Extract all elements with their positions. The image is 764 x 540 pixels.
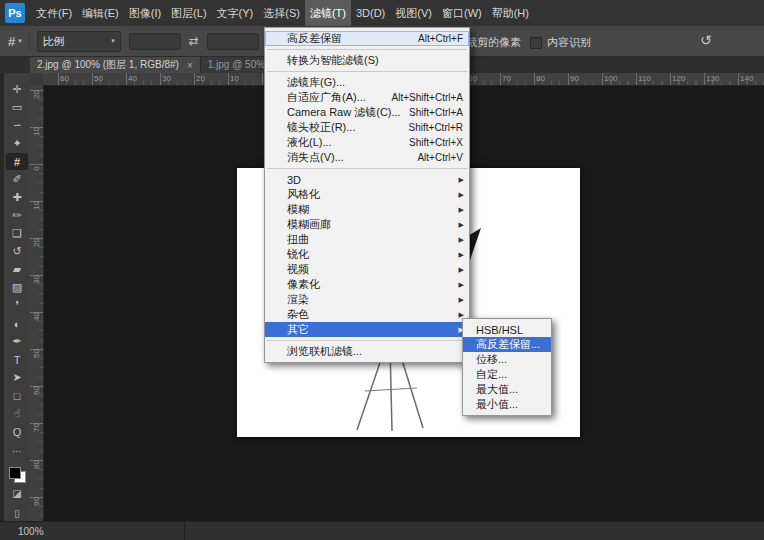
dodge-tool[interactable]: ◐ xyxy=(6,315,28,332)
filter-menu-item-video[interactable]: 视频▶ xyxy=(265,262,469,277)
filter-menu-item-render[interactable]: 渲染▶ xyxy=(265,292,469,307)
tab-close-icon[interactable]: × xyxy=(187,60,193,71)
marquee-tool[interactable]: ▭ xyxy=(6,99,28,116)
filter-menu-item-camera-raw[interactable]: Camera Raw 滤镜(C)...Shift+Ctrl+A xyxy=(265,105,469,120)
filter-menu: 高反差保留Alt+Ctrl+F转换为智能滤镜(S)滤镜库(G)...自适应广角(… xyxy=(264,27,470,363)
history-brush-tool[interactable]: ↺ xyxy=(6,243,28,260)
menubar-item-view[interactable]: 视图(V) xyxy=(390,0,437,26)
menu-separator xyxy=(267,340,467,341)
chevron-down-icon: ▾ xyxy=(18,37,22,45)
status-bar: 100% xyxy=(0,521,764,540)
clone-stamp-tool[interactable]: ❏ xyxy=(6,225,28,242)
filter-menu-item-liquify[interactable]: 液化(L)...Shift+Ctrl+X xyxy=(265,135,469,150)
menu-item-shortcut: Alt+Shift+Ctrl+A xyxy=(392,92,463,103)
filter-menu-item-convert-smart-filters[interactable]: 转换为智能滤镜(S) xyxy=(265,53,469,68)
color-swatches[interactable] xyxy=(9,467,26,483)
menubar-item-image[interactable]: 图像(I) xyxy=(124,0,166,26)
tools-panel: ✛▭∽✦#✐✚✏❏↺▰▨❜◐✒T➤□☝Q ⋯ ◪ ▯ xyxy=(4,73,30,522)
menubar-item-help[interactable]: 帮助(H) xyxy=(487,0,534,26)
filter-menu-item-lens-correction[interactable]: 镜头校正(R)...Shift+Ctrl+R xyxy=(265,120,469,135)
edit-toolbar-ellipsis-icon[interactable]: ⋯ xyxy=(6,444,28,460)
blur-tool[interactable]: ❜ xyxy=(6,297,28,314)
crop-width-input[interactable] xyxy=(129,33,181,50)
quick-mask-button[interactable]: ◪ xyxy=(6,486,28,502)
filter-menu-item-3d[interactable]: 3D▶ xyxy=(265,172,469,187)
menu-item-label: 滤镜库(G)... xyxy=(287,75,345,90)
ruler-number: 90 xyxy=(32,494,41,510)
menubar-item-filter[interactable]: 滤镜(T) xyxy=(305,0,351,26)
filter-menu-item-stylize[interactable]: 风格化▶ xyxy=(265,187,469,202)
shape-tool[interactable]: □ xyxy=(6,387,28,404)
menubar-item-file[interactable]: 文件(F) xyxy=(31,0,77,26)
hand-tool[interactable]: ☝ xyxy=(6,405,28,422)
crop-tool[interactable]: # xyxy=(6,153,28,170)
menubar-item-select[interactable]: 选择(S) xyxy=(258,0,305,26)
type-tool[interactable]: T xyxy=(6,351,28,368)
content-aware-checkbox[interactable]: 内容识别 xyxy=(530,35,591,50)
zoom-level[interactable]: 100% xyxy=(18,526,44,537)
ruler-number: 110 xyxy=(638,74,651,83)
tab-title: 2.jpg @ 100% (图层 1, RGB/8#) xyxy=(37,58,179,72)
menu-item-label: 风格化 xyxy=(287,187,320,202)
gradient-tool[interactable]: ▨ xyxy=(6,279,28,296)
filter-submenu-item-hsb-hsl[interactable]: HSB/HSL xyxy=(463,322,551,337)
menubar-item-3d[interactable]: 3D(D) xyxy=(351,0,390,26)
ruler-number: 30 xyxy=(32,272,41,288)
menu-bar-items: 文件(F)编辑(E)图像(I)图层(L)文字(Y)选择(S)滤镜(T)3D(D)… xyxy=(31,0,534,26)
filter-submenu-item-custom[interactable]: 自定... xyxy=(463,367,551,382)
foreground-color-swatch[interactable] xyxy=(9,467,21,479)
submenu-arrow-icon: ▶ xyxy=(459,206,464,214)
menu-item-label: 模糊画廊 xyxy=(287,217,331,232)
healing-brush-tool[interactable]: ✚ xyxy=(6,189,28,206)
menu-item-shortcut: Shift+Ctrl+A xyxy=(409,107,463,118)
filter-submenu-item-high-pass[interactable]: 高反差保留... xyxy=(463,337,551,352)
filter-submenu-item-offset[interactable]: 位移... xyxy=(463,352,551,367)
filter-menu-item-adaptive-wide-angle[interactable]: 自适应广角(A)...Alt+Shift+Ctrl+A xyxy=(265,90,469,105)
ruler-number: 70 xyxy=(32,420,41,436)
eyedropper-tool[interactable]: ✐ xyxy=(6,171,28,188)
filter-menu-item-other[interactable]: 其它▶ xyxy=(265,322,469,337)
filter-menu-item-filter-gallery[interactable]: 滤镜库(G)... xyxy=(265,75,469,90)
ruler-number: 50 xyxy=(94,74,103,83)
submenu-arrow-icon: ▶ xyxy=(459,191,464,199)
filter-menu-item-high-pass-last[interactable]: 高反差保留Alt+Ctrl+F xyxy=(265,31,469,46)
menu-item-label: 自定... xyxy=(476,367,507,382)
document-tab-1[interactable]: 2.jpg @ 100% (图层 1, RGB/8#)× xyxy=(30,57,200,73)
move-tool[interactable]: ✛ xyxy=(6,81,28,98)
reset-tool-icon[interactable]: ↺ xyxy=(700,32,712,48)
crop-ratio-select[interactable]: 比例 ▾ xyxy=(37,31,121,52)
filter-menu-item-sharpen[interactable]: 锐化▶ xyxy=(265,247,469,262)
filter-menu-item-browse-filters-online[interactable]: 浏览联机滤镜... xyxy=(265,344,469,359)
filter-menu-item-distort[interactable]: 扭曲▶ xyxy=(265,232,469,247)
path-selection-tool[interactable]: ➤ xyxy=(6,369,28,386)
swap-dimensions-icon[interactable]: ⇄ xyxy=(189,34,199,48)
crop-ratio-value: 比例 xyxy=(43,34,65,49)
screen-mode-button[interactable]: ▯ xyxy=(6,505,28,521)
menubar-item-edit[interactable]: 编辑(E) xyxy=(77,0,124,26)
menu-item-label: Camera Raw 滤镜(C)... xyxy=(287,105,401,120)
menubar-item-layer[interactable]: 图层(L) xyxy=(166,0,211,26)
app-logo: Ps xyxy=(5,3,25,23)
submenu-arrow-icon: ▶ xyxy=(459,176,464,184)
brush-tool[interactable]: ✏ xyxy=(6,207,28,224)
filter-menu-item-vanishing-point[interactable]: 消失点(V)...Alt+Ctrl+V xyxy=(265,150,469,165)
pen-tool[interactable]: ✒ xyxy=(6,333,28,350)
filter-menu-item-noise[interactable]: 杂色▶ xyxy=(265,307,469,322)
lasso-tool[interactable]: ∽ xyxy=(6,117,28,134)
crop-height-input[interactable] xyxy=(207,33,259,50)
menubar-item-window[interactable]: 窗口(W) xyxy=(437,0,487,26)
submenu-arrow-icon: ▶ xyxy=(459,236,464,244)
filter-menu-item-blur-gallery[interactable]: 模糊画廊▶ xyxy=(265,217,469,232)
ruler-number: 80 xyxy=(536,74,545,83)
menubar-item-type[interactable]: 文字(Y) xyxy=(212,0,259,26)
options-divider xyxy=(29,31,30,51)
filter-submenu-item-maximum[interactable]: 最大值... xyxy=(463,382,551,397)
eraser-tool[interactable]: ▰ xyxy=(6,261,28,278)
filter-submenu-item-minimum[interactable]: 最小值... xyxy=(463,397,551,412)
zoom-tool[interactable]: Q xyxy=(6,423,28,440)
filter-menu-item-pixelate[interactable]: 像素化▶ xyxy=(265,277,469,292)
filter-menu-item-blur[interactable]: 模糊▶ xyxy=(265,202,469,217)
ruler-number: 80 xyxy=(32,457,41,473)
tool-preset-picker[interactable]: # ▾ xyxy=(8,34,22,49)
quick-selection-tool[interactable]: ✦ xyxy=(6,135,28,152)
